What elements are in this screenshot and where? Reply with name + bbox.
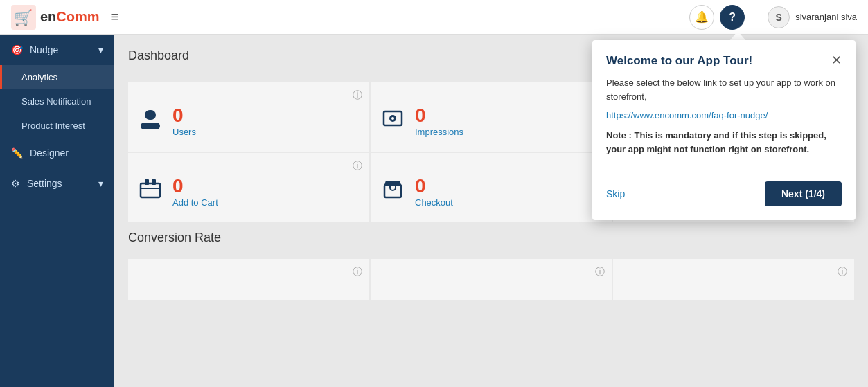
modal-title: Welcome to our App Tour! — [606, 54, 752, 68]
modal-footer: Skip Next (1/4) — [606, 170, 842, 206]
modal-note: Note : This is mandatory and if this ste… — [606, 129, 842, 156]
modal-close-button[interactable]: ✕ — [831, 54, 842, 66]
content-area: Dashboard ⓘ 0 Users ⓘ — [114, 35, 868, 387]
next-button[interactable]: Next (1/4) — [765, 181, 842, 206]
modal-body: Please select the below link to set up y… — [606, 76, 842, 103]
modal-header: Welcome to our App Tour! ✕ — [606, 54, 842, 68]
modal-box: Welcome to our App Tour! ✕ Please select… — [592, 40, 856, 220]
skip-button[interactable]: Skip — [606, 188, 625, 199]
modal-link[interactable]: https://www.encomm.com/faq-for-nudge/ — [606, 110, 842, 120]
modal-overlay: Welcome to our App Tour! ✕ Please select… — [114, 35, 868, 387]
main-container: 🎯 Nudge ▾ Analytics Sales Notification P… — [0, 35, 868, 387]
